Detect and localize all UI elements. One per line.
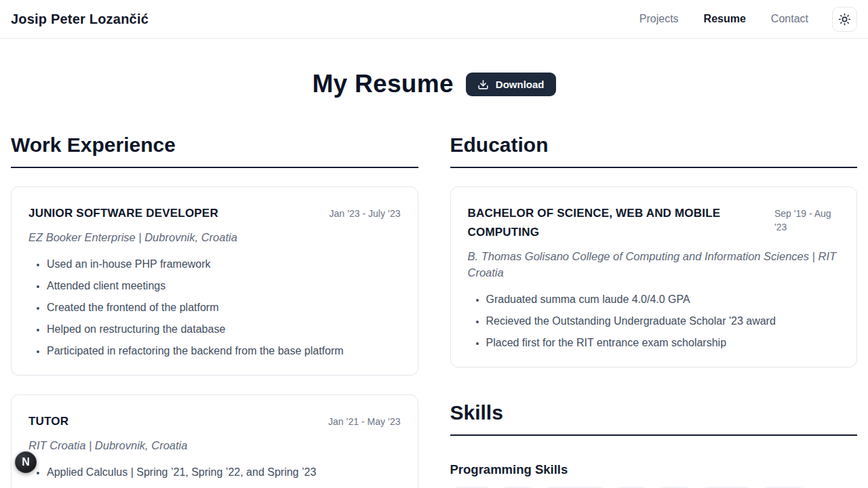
job-organization: RIT Croatia | Dubrovnik, Croatia (28, 437, 401, 453)
nextjs-dev-indicator-button[interactable]: N (15, 451, 37, 473)
degree-organization: B. Thomas Golisano College of Computing … (468, 248, 840, 281)
job-dates: Jan ’23 - July ’23 (329, 204, 400, 220)
job-bullet: Helped on restructuring the database (47, 323, 401, 336)
content-columns: Work Experience JUNIOR SOFTWARE DEVELOPE… (0, 134, 868, 488)
degree-title: BACHELOR OF SCIENCE, WEB AND MOBILE COMP… (468, 204, 753, 242)
degree-card-bachelor: BACHELOR OF SCIENCE, WEB AND MOBILE COMP… (450, 186, 858, 367)
education-column: Education BACHELOR OF SCIENCE, WEB AND M… (450, 134, 858, 488)
card-head: TUTOR Jan ’21 - May ’23 (28, 412, 401, 431)
job-bullet: Used an in-house PHP framework (47, 258, 401, 271)
hero: My Resume Download (0, 70, 868, 98)
work-experience-section: Work Experience JUNIOR SOFTWARE DEVELOPE… (11, 134, 418, 488)
card-head: BACHELOR OF SCIENCE, WEB AND MOBILE COMP… (468, 204, 840, 242)
site-brand-name[interactable]: Josip Peter Lozančić (11, 12, 149, 27)
nav-link-projects[interactable]: Projects (639, 13, 679, 25)
job-bullet-list: Applied Calculus | Spring ’21, Spring ’2… (28, 466, 401, 488)
degree-bullet: Recieved the Outstanding Undergraduate S… (486, 314, 840, 328)
nextjs-logo-icon: N (22, 456, 30, 468)
job-bullet: Created the frontend of the platform (47, 301, 401, 314)
download-button-label: Download (496, 79, 545, 90)
job-bullet: Applied Calculus | Spring ’21, Spring ’2… (47, 466, 401, 479)
skills-heading: Skills (450, 401, 858, 436)
job-bullet: Participated in refactoring the backend … (47, 344, 401, 358)
download-icon (477, 79, 489, 90)
degree-dates: Sep '19 - Aug '23 (774, 204, 840, 234)
page-title: My Resume (312, 70, 453, 98)
degree-bullet-list: Graduated summa cum laude 4.0/4.0 GPA Re… (468, 293, 840, 350)
download-button[interactable]: Download (466, 73, 556, 96)
degree-bullet: Placed first for the RIT entrance exam s… (486, 336, 840, 350)
skills-category-title: Programming Skills (450, 462, 858, 477)
education-section: Education BACHELOR OF SCIENCE, WEB AND M… (450, 134, 858, 367)
job-card-tutor: TUTOR Jan ’21 - May ’23 RIT Croatia | Du… (11, 394, 418, 488)
job-card-junior-software-developer: JUNIOR SOFTWARE DEVELOPER Jan ’23 - July… (11, 186, 418, 375)
job-dates: Jan ’21 - May ’23 (328, 412, 401, 428)
job-bullet-list: Used an in-house PHP framework Attended … (28, 258, 401, 358)
site-header: Josip Peter Lozančić Projects Resume Con… (0, 0, 868, 39)
main-nav: Projects Resume Contact (639, 7, 857, 32)
work-column: Work Experience JUNIOR SOFTWARE DEVELOPE… (11, 134, 418, 488)
theme-toggle-button[interactable] (832, 7, 857, 32)
job-organization: EZ Booker Enterprise | Dubrovnik, Croati… (28, 229, 401, 245)
job-title: TUTOR (28, 412, 68, 431)
job-bullet: Attended client meetings (47, 279, 401, 293)
education-heading: Education (450, 134, 858, 168)
skills-section: Skills Programming Skills HTML CSS JavaS… (450, 401, 858, 488)
sun-icon (838, 13, 851, 26)
nav-link-contact[interactable]: Contact (771, 13, 808, 25)
degree-bullet: Graduated summa cum laude 4.0/4.0 GPA (486, 293, 840, 306)
job-title: JUNIOR SOFTWARE DEVELOPER (28, 204, 218, 223)
work-experience-heading: Work Experience (11, 134, 418, 168)
card-head: JUNIOR SOFTWARE DEVELOPER Jan ’23 - July… (28, 204, 401, 223)
nav-link-resume[interactable]: Resume (704, 13, 746, 25)
